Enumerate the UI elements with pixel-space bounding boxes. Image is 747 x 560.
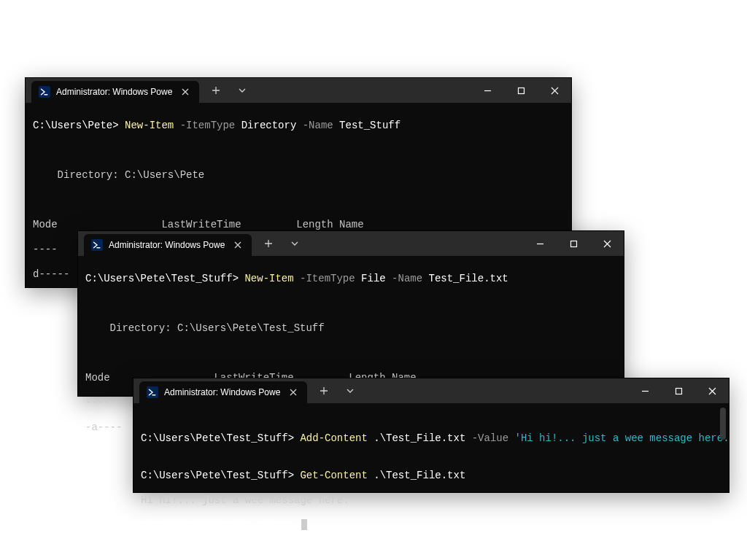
tab-close-button[interactable] <box>231 238 244 252</box>
cursor <box>301 519 307 530</box>
cmdlet: New-Item <box>125 120 180 131</box>
argument: Directory <box>241 120 303 131</box>
argument: Test_Stuff <box>339 120 400 131</box>
close-button[interactable] <box>538 78 571 103</box>
tab-actions <box>252 231 311 256</box>
parameter: -Name <box>303 120 339 131</box>
new-tab-button[interactable] <box>205 79 227 101</box>
prompt: C:\Users\Pete\Test_Stuff> <box>141 470 300 481</box>
terminal-body[interactable]: C:\Users\Pete\Test_Stuff> Add-Content .\… <box>133 403 729 560</box>
cmdlet: New-Item <box>244 273 300 284</box>
titlebar[interactable]: Administrator: Windows PowerShell <box>133 378 729 403</box>
tab-close-button[interactable] <box>179 85 192 98</box>
svg-rect-2 <box>518 88 524 93</box>
window-controls <box>628 378 729 403</box>
maximize-button[interactable] <box>504 78 538 103</box>
output-directory: Directory: C:\Users\Pete\Test_Stuff <box>85 322 616 335</box>
powershell-icon <box>147 386 158 398</box>
prompt: C:\Users\Pete\Test_Stuff> <box>85 273 244 284</box>
svg-rect-5 <box>570 241 576 246</box>
close-button[interactable] <box>695 378 729 403</box>
tab-title: Administrator: Windows PowerShell <box>56 87 173 97</box>
tab-title: Administrator: Windows PowerShell <box>164 387 281 397</box>
minimize-button[interactable] <box>523 231 557 256</box>
cmdlet: Add-Content <box>300 432 374 444</box>
tab-powershell[interactable]: Administrator: Windows PowerShell <box>139 381 307 403</box>
prompt: C:\Users\Pete\Test_Stuff> <box>141 432 300 444</box>
parameter: -Value <box>472 432 515 444</box>
tab-dropdown-button[interactable] <box>284 233 306 254</box>
titlebar[interactable]: Administrator: Windows PowerShell <box>78 231 624 256</box>
minimize-button[interactable] <box>628 378 662 403</box>
prompt: C:\Users\Pete\Test_Stuff> <box>141 520 300 532</box>
scrollbar[interactable] <box>719 408 727 488</box>
argument: .\Test_File.txt <box>374 432 471 444</box>
window-controls <box>523 231 624 256</box>
tab-powershell[interactable]: Administrator: Windows PowerShell <box>31 81 199 103</box>
tab-dropdown-button[interactable] <box>339 380 361 402</box>
parameter: -Name <box>392 273 428 284</box>
prompt: C:\Users\Pete> <box>33 120 125 131</box>
powershell-icon <box>39 86 50 98</box>
output-header: Mode LastWriteTime Length Name <box>33 219 564 231</box>
maximize-button[interactable] <box>662 378 695 403</box>
close-button[interactable] <box>590 231 624 256</box>
output-directory: Directory: C:\Users\Pete <box>33 169 564 182</box>
scrollbar-thumb[interactable] <box>720 408 726 440</box>
new-tab-button[interactable] <box>313 380 335 402</box>
argument: File <box>361 273 392 284</box>
terminal-window-3: Administrator: Windows PowerShell <box>133 378 729 493</box>
terminal-window-2: Administrator: Windows PowerShell <box>77 230 624 397</box>
argument: Test_File.txt <box>429 273 508 284</box>
cmdlet: Get-Content <box>300 470 374 481</box>
tab-dropdown-button[interactable] <box>231 79 253 101</box>
parameter: -ItemType <box>180 120 241 131</box>
minimize-button[interactable] <box>471 78 504 103</box>
maximize-button[interactable] <box>557 231 590 256</box>
titlebar[interactable]: Administrator: Windows PowerShell <box>26 78 571 103</box>
output-line: Hi hi!... just a wee message here. <box>141 494 721 507</box>
tab-actions <box>199 78 259 103</box>
window-controls <box>471 78 571 103</box>
parameter: -ItemType <box>300 273 361 284</box>
svg-rect-8 <box>676 388 681 394</box>
tab-actions <box>307 378 367 403</box>
tab-powershell[interactable]: Administrator: Windows PowerShell <box>84 234 252 256</box>
string-literal: 'Hi hi!... just a wee message here.' <box>515 432 729 444</box>
new-tab-button[interactable] <box>258 233 279 254</box>
tab-close-button[interactable] <box>287 386 300 399</box>
argument: .\Test_File.txt <box>374 470 465 481</box>
powershell-icon <box>91 239 103 251</box>
tab-title: Administrator: Windows PowerShell <box>109 240 225 250</box>
